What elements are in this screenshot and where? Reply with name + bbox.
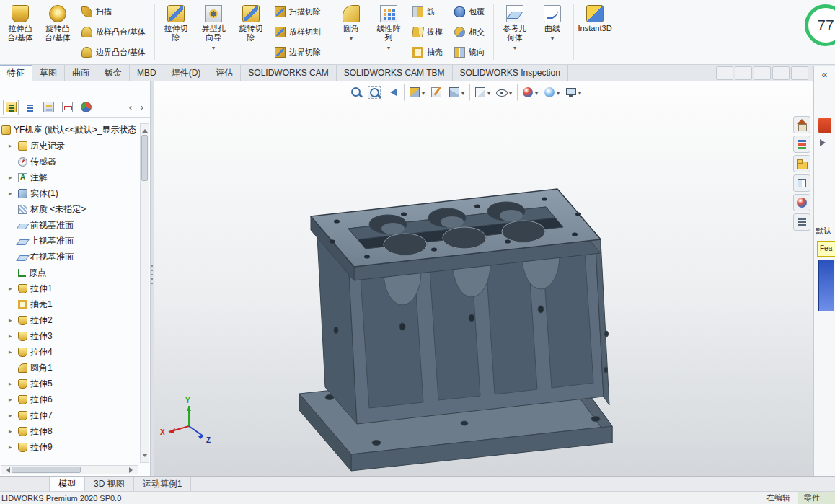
document-tab[interactable]: 运动算例1 <box>134 477 192 491</box>
tab-nav-icon[interactable] <box>2 479 12 489</box>
expand-arrow-icon[interactable]: ▸ <box>9 412 15 419</box>
linear-pattern-button[interactable]: 线性阵 列 <box>370 1 407 63</box>
manager-tab[interactable] <box>22 100 37 115</box>
document-tab[interactable]: 3D 视图 <box>85 477 134 491</box>
expand-arrow-icon[interactable]: ▸ <box>9 174 15 181</box>
graphics-area[interactable]: X Y Z <box>154 81 813 476</box>
tree-item[interactable]: 原点 <box>1 265 138 280</box>
task-pane-tab[interactable] <box>793 174 810 192</box>
sweep-button[interactable]: 扫描 <box>78 4 151 19</box>
part-model-3d[interactable]: X Y Z <box>154 81 813 476</box>
tree-vertical-scrollbar[interactable] <box>140 123 149 463</box>
ribbon-tab[interactable]: 钣金 <box>97 65 130 81</box>
task-pane-tab[interactable] <box>793 136 810 153</box>
ribbon-tab[interactable]: SOLIDWORKS CAM <box>241 65 336 81</box>
intersect-button[interactable]: 相交 <box>451 25 490 40</box>
ribbon-tab[interactable]: SOLIDWORKS CAM TBM <box>337 65 453 81</box>
tree-item[interactable]: ▸ 拉伸3 <box>1 328 138 344</box>
tree-item[interactable]: ▸ 拉伸5 <box>1 376 138 392</box>
tree-item[interactable]: 抽壳1 <box>1 296 138 312</box>
tree-item[interactable]: 右视基准面 <box>1 249 138 265</box>
tree-item[interactable]: ▸ 注解 <box>1 169 138 185</box>
boundary-boss-button[interactable]: 边界凸台/基体 <box>78 45 151 60</box>
tab-nav-icon[interactable] <box>25 479 35 489</box>
headsup-button[interactable] <box>469 84 492 101</box>
curves-button[interactable]: 曲线 <box>534 1 571 63</box>
expand-arrow-icon[interactable]: ▸ <box>9 443 15 451</box>
revolve-boss-button[interactable]: 旋转凸 台/基体 <box>39 1 76 63</box>
ribbon-tab[interactable]: MBD <box>130 65 164 81</box>
extrude-boss-button[interactable]: 拉伸凸 台/基体 <box>1 1 39 63</box>
tree-item[interactable]: 前视基准面 <box>1 217 138 233</box>
ribbon-tab[interactable]: SOLIDWORKS Inspection <box>453 65 568 81</box>
expand-arrow-icon[interactable]: ▸ <box>9 332 15 340</box>
tree-item[interactable]: ▸ 拉伸9 <box>1 439 138 455</box>
window-control-icon[interactable] <box>754 66 771 80</box>
tree-item[interactable]: 上视基准面 <box>1 233 138 249</box>
expand-arrow-icon[interactable]: ▸ <box>9 380 15 387</box>
ribbon-tab[interactable]: 评估 <box>208 65 241 81</box>
tree-item[interactable]: 材质 <未指定> <box>1 201 138 217</box>
sweep-cut-button[interactable]: 扫描切除 <box>271 4 326 19</box>
manager-tab[interactable] <box>3 100 19 115</box>
window-control-icon[interactable] <box>791 66 808 80</box>
expand-arrow-icon[interactable]: ▸ <box>9 190 15 197</box>
task-pane-tab[interactable] <box>793 213 810 231</box>
manager-prev-icon[interactable] <box>125 101 136 114</box>
window-control-icon[interactable] <box>772 66 790 80</box>
tree-item[interactable]: ▸ 历史记录 <box>1 138 138 154</box>
loft-boss-button[interactable]: 放样凸台/基体 <box>78 25 151 40</box>
manager-tab[interactable] <box>40 100 56 115</box>
expand-arrow-icon[interactable]: ▸ <box>9 428 15 435</box>
task-pane-tab[interactable] <box>793 155 810 172</box>
tree-item[interactable]: ▸ 实体(1) <box>1 185 138 201</box>
headsup-button[interactable] <box>446 84 467 101</box>
extrude-cut-button[interactable]: 拉伸切 除 <box>157 1 195 63</box>
fillet-button[interactable]: 圆角 <box>332 1 370 63</box>
headsup-button[interactable] <box>384 84 401 101</box>
headsup-button[interactable] <box>541 84 562 101</box>
collapse-taskpane-icon[interactable] <box>818 68 832 81</box>
mirror-button[interactable]: 镜向 <box>451 45 490 60</box>
tree-item[interactable]: ▸ 拉伸1 <box>1 280 138 296</box>
headsup-button[interactable] <box>517 84 540 101</box>
task-pane-tab[interactable] <box>793 116 810 133</box>
ribbon-tab[interactable]: 焊件(D) <box>164 65 209 81</box>
tree-item[interactable]: ▸ 拉伸7 <box>1 407 138 423</box>
revolve-cut-button[interactable]: 旋转切 除 <box>232 1 270 63</box>
boundary-cut-button[interactable]: 边界切除 <box>271 45 326 60</box>
headsup-button[interactable] <box>428 84 445 101</box>
tree-horizontal-scrollbar[interactable] <box>1 465 138 474</box>
ribbon-tab[interactable]: 曲面 <box>65 65 97 81</box>
feature-tree-root[interactable]: YF机座 (默认<<默认>_显示状态 : <box>1 122 138 138</box>
reference-geometry-button[interactable]: 参考几 何体 <box>496 1 534 63</box>
expand-arrow-icon[interactable]: ▸ <box>9 396 15 403</box>
scrollbar-thumb[interactable] <box>141 135 148 181</box>
tree-item[interactable]: 圆角1 <box>1 360 138 376</box>
headsup-button[interactable] <box>348 84 365 101</box>
expand-arrow-icon[interactable] <box>820 139 829 146</box>
wrap-button[interactable]: 包覆 <box>451 4 490 19</box>
task-pane-tab[interactable] <box>793 194 810 211</box>
features-chip[interactable]: Fea <box>817 241 835 257</box>
ribbon-tab[interactable]: 草图 <box>32 65 65 81</box>
tree-item[interactable]: ▸ 拉伸2 <box>1 312 138 328</box>
headsup-button[interactable] <box>493 84 514 101</box>
expand-arrow-icon[interactable]: ▸ <box>9 317 15 324</box>
draft-button[interactable]: 拔模 <box>409 25 448 40</box>
manager-next-icon[interactable] <box>137 101 147 114</box>
tree-item[interactable]: 传感器 <box>1 154 138 169</box>
document-tab[interactable]: 模型 <box>50 477 85 491</box>
tree-item[interactable]: ▸ 拉伸6 <box>1 392 138 407</box>
loft-cut-button[interactable]: 放样切割 <box>271 25 326 40</box>
expand-arrow-icon[interactable]: ▸ <box>9 285 15 292</box>
tab-nav-icon[interactable] <box>14 479 24 489</box>
hole-wizard-button[interactable]: 异型孔 向导 <box>195 1 232 63</box>
tree-item[interactable]: ▸ 拉伸8 <box>1 423 138 439</box>
scrollbar-thumb[interactable] <box>12 467 81 473</box>
window-control-icon[interactable] <box>735 66 752 80</box>
manager-tab[interactable] <box>78 100 94 115</box>
tab-nav-icon[interactable] <box>37 479 47 489</box>
headsup-button[interactable] <box>562 84 583 101</box>
headsup-button[interactable] <box>366 84 383 101</box>
